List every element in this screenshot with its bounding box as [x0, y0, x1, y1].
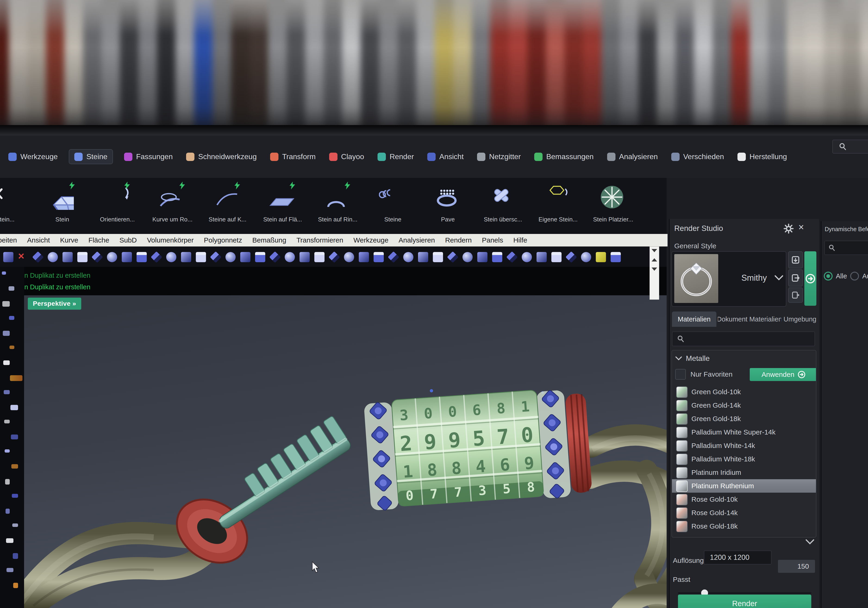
menu-ansicht[interactable]: Ansicht — [27, 236, 50, 244]
toolbar-icon[interactable] — [374, 252, 384, 262]
metals-group-header[interactable]: Metalle — [675, 354, 710, 363]
list-collapse-chevron-icon[interactable] — [805, 539, 815, 545]
toolbar-icon[interactable] — [196, 252, 206, 262]
apply-button[interactable]: Anwenden — [750, 368, 816, 381]
toolbar-icon[interactable] — [48, 252, 58, 262]
material-row-green-gold-10k[interactable]: Green Gold-10k — [672, 385, 816, 399]
ribbon-button-stein[interactable]: Stein — [35, 178, 90, 223]
left-toolbar-icon[interactable] — [11, 434, 18, 439]
left-toolbar-icon[interactable] — [11, 464, 18, 468]
tab-ansicht[interactable]: Ansicht — [425, 149, 466, 164]
toolbar-icon[interactable] — [492, 252, 502, 262]
menu-hilfe[interactable]: Hilfe — [513, 236, 527, 244]
tab-bemassungen[interactable]: Bemassungen — [532, 149, 596, 164]
left-toolbar-icon[interactable] — [10, 375, 22, 381]
left-toolbar-icon[interactable] — [2, 301, 10, 307]
ribbon-button-kurve-um-ro-[interactable]: Kurve um Ro... — [145, 178, 200, 223]
left-toolbar-icon[interactable] — [4, 390, 10, 394]
tab-herstellung[interactable]: Herstellung — [735, 149, 789, 164]
slider-track[interactable] — [678, 592, 811, 594]
toolbar-icon[interactable] — [225, 252, 236, 262]
material-row-palladium-white-14k[interactable]: Palladium White-14k — [672, 439, 816, 453]
tab-clayoo[interactable]: Clayoo — [327, 149, 367, 164]
menu-fläche[interactable]: Fläche — [88, 236, 109, 244]
gear-icon[interactable] — [784, 224, 794, 234]
ribbon-button-eigene-stein-[interactable]: Eigene Stein... — [530, 178, 586, 223]
left-toolbar-icon[interactable] — [9, 345, 14, 349]
style-export-button[interactable] — [788, 269, 803, 286]
menu-werkzeuge[interactable]: Werkzeuge — [353, 236, 388, 244]
style-dropdown[interactable]: Smithy — [671, 251, 786, 307]
favorites-checkbox[interactable] — [675, 369, 686, 379]
tab-transform[interactable]: Transform — [268, 149, 318, 164]
menu-panels[interactable]: Panels — [482, 236, 503, 244]
menu-earbeiten[interactable]: earbeiten — [0, 236, 17, 244]
left-toolbar-icon[interactable] — [6, 538, 14, 543]
search-input[interactable] — [832, 140, 868, 154]
toolbar-icon[interactable] — [122, 252, 132, 262]
menu-rendern[interactable]: Rendern — [445, 236, 472, 244]
toolbar-icon[interactable] — [136, 252, 147, 262]
tab-umgebung[interactable]: Umgebung — [783, 311, 817, 327]
menu-volumenkörper[interactable]: Volumenkörper — [147, 236, 194, 244]
left-toolbar-icon[interactable] — [12, 494, 18, 498]
tab-analysieren[interactable]: Analysieren — [605, 149, 660, 164]
left-toolbar-icon[interactable] — [12, 524, 18, 527]
toolbar-icon[interactable] — [91, 251, 103, 263]
toolbar-icon[interactable] — [314, 252, 324, 262]
ribbon-button-orientieren-[interactable]: Orientieren... — [90, 178, 145, 223]
toolbar-icon[interactable] — [447, 251, 459, 263]
toolbar-icon[interactable] — [433, 252, 443, 262]
toolbar-icon[interactable] — [299, 252, 310, 262]
toolbar-icon[interactable] — [285, 252, 295, 262]
toolbar-icon[interactable]: × — [18, 250, 28, 260]
material-row-rose-gold-18k[interactable]: Rose Gold-18k — [672, 519, 816, 533]
toolbar-icon[interactable] — [551, 252, 561, 262]
ribbon-button-tein-[interactable]: tein... — [0, 178, 35, 223]
left-toolbar-icon[interactable] — [3, 331, 10, 336]
tab-steine[interactable]: Steine — [69, 149, 113, 164]
left-toolbar-icon[interactable] — [11, 405, 18, 410]
tab-materialien[interactable]: Materialien — [672, 311, 716, 327]
toolbar-icon[interactable] — [181, 252, 191, 262]
ribbon-button-stein-bersc-[interactable]: Stein übersc... — [476, 178, 530, 223]
style-add-button[interactable] — [788, 288, 803, 303]
3d-viewport[interactable]: Perspektive » — [24, 295, 666, 608]
menu-polygonnetz[interactable]: Polygonnetz — [204, 236, 242, 244]
toolbar-icon[interactable] — [269, 251, 281, 263]
tab-dokument-materialien[interactable]: Dokument Materialien — [718, 311, 781, 327]
toolbar-icon[interactable] — [329, 251, 340, 263]
toolbar-icon[interactable] — [210, 251, 222, 263]
left-toolbar-icon[interactable] — [2, 271, 6, 275]
radio-ausg[interactable] — [850, 272, 859, 280]
toolbar-scrollbar[interactable] — [649, 246, 659, 300]
toolbar-icon[interactable] — [403, 252, 414, 262]
left-toolbar-icon[interactable] — [6, 568, 14, 572]
render-button[interactable]: Render — [678, 594, 811, 608]
tab-schneidwerkzeug[interactable]: Schneidwerkzeug — [184, 149, 259, 164]
toolbar-icon[interactable] — [255, 252, 265, 262]
toolbar-icon[interactable] — [418, 252, 428, 262]
left-toolbar-icon[interactable] — [5, 479, 10, 485]
resolution-input[interactable]: 1200 x 1200 — [704, 550, 772, 564]
close-icon[interactable]: × — [798, 222, 804, 233]
ribbon-button-steine[interactable]: Steine — [365, 178, 420, 223]
toolbar-icon[interactable] — [506, 251, 518, 263]
toolbar-icon[interactable] — [566, 251, 577, 263]
material-row-platinum-ruthenium[interactable]: Platinum Ruthenium — [672, 479, 816, 493]
material-row-rose-gold-14k[interactable]: Rose Gold-14k — [672, 506, 816, 519]
material-row-palladium-white-super-14k[interactable]: Palladium White Super-14k — [672, 426, 816, 439]
left-toolbar-icon[interactable] — [5, 449, 10, 453]
toolbar-icon[interactable] — [62, 252, 73, 262]
dpi-input[interactable]: 150 — [778, 560, 815, 573]
style-apply-button[interactable] — [804, 251, 816, 306]
toolbar-icon[interactable] — [240, 252, 250, 262]
scroll-down-icon[interactable] — [652, 267, 657, 271]
menu-kurve[interactable]: Kurve — [60, 236, 78, 244]
ribbon-button-stein-auf-rin-[interactable]: Stein auf Rin... — [310, 178, 365, 223]
toolbar-icon[interactable] — [77, 252, 87, 262]
ribbon-button-pave[interactable]: Pave — [420, 178, 476, 223]
tab-verschieden[interactable]: Verschieden — [669, 149, 726, 164]
left-toolbar-icon[interactable] — [3, 361, 10, 365]
toolbar-icon[interactable] — [151, 251, 162, 263]
